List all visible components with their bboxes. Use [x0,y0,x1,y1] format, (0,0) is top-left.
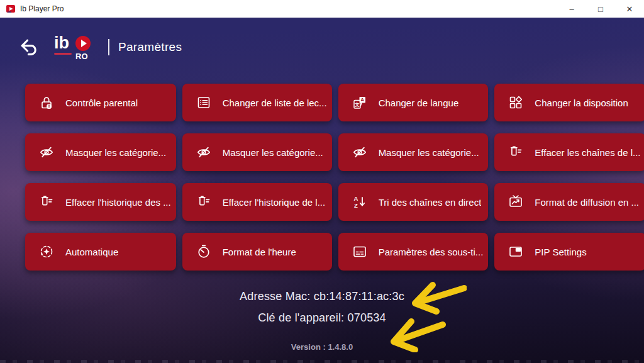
mac-address-label: Adresse Mac: [240,290,310,303]
delete-sweep-icon [39,194,54,209]
close-button[interactable]: ✕ [615,0,644,18]
mac-address-line: Adresse Mac: cb:14:87:11:ac:3c [0,290,644,303]
header: ib RO Paramètres [0,18,644,63]
device-key-line: Clé de l'appareil: 070534 [0,311,644,325]
eye-off-icon [39,145,54,160]
svg-text:A: A [353,195,358,202]
header-divider [108,39,109,55]
version-label: Version : 1.4.8.0 [0,342,644,352]
tile-label: Format de diffusion en ... [535,197,639,208]
svg-text:Z: Z [354,202,358,209]
tile-label: PIP Settings [535,247,586,257]
tile-format-diffusion[interactable]: Format de diffusion en ... [494,183,644,221]
subtitles-icon [352,244,367,259]
tile-format-heure[interactable]: Format de l'heure [182,233,332,271]
time-format-icon [196,244,211,259]
logo-play-icon [75,36,91,51]
tile-automatique[interactable]: Automatique [25,233,176,271]
settings-screen: ib RO Paramètres [0,18,644,363]
tile-label: Effacer l'historique des ... [65,197,171,208]
minimize-button[interactable]: – [557,0,586,18]
mac-address-value: cb:14:87:11:ac:3c [314,290,404,303]
tile-label: Paramètres des sous-ti... [379,247,484,257]
tile-masquer-categories-1[interactable]: Masquer les catégorie... [25,133,176,171]
tile-label: Automatique [65,247,118,257]
tile-label: Masquer les catégorie... [223,147,323,158]
tile-controle-parental[interactable]: Contrôle parental [25,84,176,121]
device-info: Adresse Mac: cb:14:87:11:ac:3c Clé de l'… [0,290,644,352]
tile-label: Changer de liste de lec... [223,98,327,108]
app-window: Ib Player Pro – □ ✕ ib RO Paramètres [0,0,644,363]
tile-label: Masquer les catégorie... [379,147,479,158]
logo-badge: RO [75,52,88,61]
tile-label: Masquer les catégorie... [65,147,166,158]
tile-masquer-categories-2[interactable]: Masquer les catégorie... [182,133,332,171]
svg-text:文: 文 [354,102,360,108]
delete-sweep-icon [196,194,211,209]
tile-effacer-historique-1[interactable]: Effacer l'historique des ... [25,183,176,221]
tile-label: Effacer l'historique de l... [223,197,326,208]
tile-label: Format de l'heure [223,247,296,257]
sort-alpha-icon: A Z [352,194,367,209]
auto-sync-icon [39,244,54,259]
window-title: Ib Player Pro [20,4,64,13]
parental-lock-icon [39,95,54,110]
tile-label: Changer de langue [379,98,459,108]
tile-changer-liste-lecture[interactable]: Changer de liste de lec... [182,84,332,121]
delete-sweep-icon [508,145,523,160]
svg-text:A: A [360,97,364,103]
tile-tri-chaines[interactable]: A Z Tri des chaînes en direct [338,183,489,221]
layout-icon [508,95,523,110]
playlist-icon [196,95,211,110]
logo-text: ib [54,33,69,53]
settings-grid: Contrôle parental Changer de liste de le… [25,84,619,271]
back-arrow-icon [18,36,40,59]
page-title: Paramètres [118,40,182,54]
app-icon [6,4,16,14]
app-logo: ib RO [50,32,97,62]
window-controls: – □ ✕ [557,0,644,18]
maximize-button[interactable]: □ [586,0,615,18]
tile-label: Contrôle parental [65,98,138,108]
pip-icon [508,244,523,259]
tile-pip-settings[interactable]: PIP Settings [494,233,644,271]
tile-masquer-categories-3[interactable]: Masquer les catégorie... [338,133,489,171]
tile-changer-langue[interactable]: A 文 Changer de langue [338,84,489,121]
tile-label: Tri des chaînes en direct [379,197,482,208]
tile-sous-titres[interactable]: Paramètres des sous-ti... [338,233,489,271]
eye-off-icon [196,145,211,160]
device-key-value: 070534 [348,311,386,324]
tile-label: Changer la disposition [535,98,628,108]
device-key-label: Clé de l'appareil: [258,311,344,324]
tile-effacer-chaines[interactable]: Effacer les chaînes de l... [494,133,644,171]
eye-off-icon [352,145,367,160]
live-tv-icon [508,194,523,209]
tile-label: Effacer les chaînes de l... [535,147,640,158]
tile-effacer-historique-2[interactable]: Effacer l'historique de l... [182,183,332,221]
titlebar: Ib Player Pro – □ ✕ [0,0,644,18]
logo-subtext [54,53,72,55]
cutoff-text-strip [0,360,644,363]
back-button[interactable] [18,36,40,59]
translate-icon: A 文 [352,95,367,110]
tile-changer-disposition[interactable]: Changer la disposition [494,84,644,121]
